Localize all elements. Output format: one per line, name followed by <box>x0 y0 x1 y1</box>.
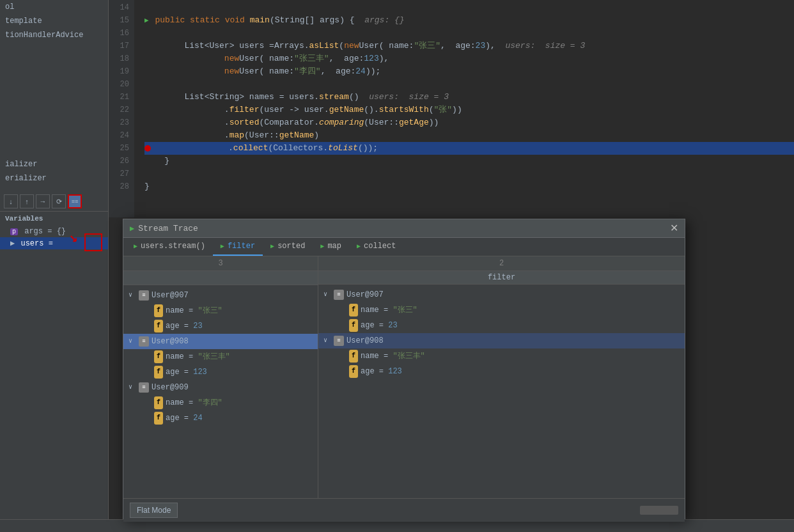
trace-panel-left-header: 3 <box>123 256 318 271</box>
field-badge: f <box>349 304 358 317</box>
expand-spacer <box>339 319 348 332</box>
trace-panel-left-body: ∨ ≡ User@907 f name = "张三" f age = 23 <box>123 285 318 498</box>
expand-spacer <box>339 350 348 363</box>
expand-spacer <box>144 304 153 317</box>
tab-filter[interactable]: ▶ filter <box>213 238 263 256</box>
tree-row-user909-left[interactable]: ∨ ≡ User@909 <box>123 380 318 395</box>
tree-row-age-908-left: f age = 123 <box>123 364 318 380</box>
trace-panel-right-label: filter <box>318 271 685 285</box>
tree-row-age-907-right: f age = 23 <box>318 318 685 333</box>
tree-row-user908-right[interactable]: ∨ ≡ User@908 <box>318 333 685 348</box>
trace-panel-left-label <box>123 271 318 285</box>
trace-panel-right: 2 filter ∨ ≡ User@907 f name = "张三" <box>318 256 685 498</box>
field-badge: f <box>154 412 163 425</box>
tab-play-icon: ▶ <box>320 242 324 250</box>
tree-row-name-907-right: f name = "张三" <box>318 302 685 318</box>
tab-users-stream[interactable]: ▶ users.stream() <box>126 238 213 256</box>
dialog-title: ▶ Stream Trace <box>130 224 198 233</box>
object-icon: ≡ <box>139 382 149 393</box>
object-icon: ≡ <box>334 336 344 346</box>
tree-row-user907-right[interactable]: ∨ ≡ User@907 <box>318 287 685 302</box>
tab-play-icon: ▶ <box>221 242 224 250</box>
tree-row-user908-left[interactable]: ∨ ≡ User@908 <box>123 334 318 349</box>
tree-row-name-909-left: f name = "李四" <box>123 395 318 411</box>
dialog-footer: Flat Mode <box>123 498 685 522</box>
tree-row-name-907-left: f name = "张三" <box>123 303 318 318</box>
field-badge: f <box>154 320 163 332</box>
stream-trace-dialog: ▶ Stream Trace ✕ ▶ users.stream() ▶ filt… <box>123 219 685 519</box>
expand-icon: ∨ <box>128 381 137 394</box>
dialog-tabs: ▶ users.stream() ▶ filter ▶ sorted ▶ map… <box>123 238 685 256</box>
field-badge: f <box>154 366 163 379</box>
object-icon: ≡ <box>139 336 149 347</box>
tab-play-icon: ▶ <box>270 242 274 250</box>
expand-spacer <box>339 365 348 378</box>
field-badge: f <box>349 350 358 363</box>
dialog-overlay: ▶ Stream Trace ✕ ▶ users.stream() ▶ filt… <box>0 0 794 532</box>
tree-row-name-908-right: f name = "张三丰" <box>318 348 685 364</box>
expand-spacer <box>144 366 153 379</box>
trace-panel-left: 3 ∨ ≡ User@907 f name = "张三" <box>123 256 318 498</box>
tree-row-age-908-right: f age = 123 <box>318 364 685 379</box>
tree-row-age-907-left: f age = 23 <box>123 318 318 334</box>
field-badge: f <box>154 304 163 317</box>
expand-icon: ∨ <box>128 289 137 302</box>
expand-icon: ∨ <box>323 334 332 347</box>
expand-icon: ∨ <box>128 335 137 348</box>
tab-map[interactable]: ▶ map <box>313 238 349 256</box>
stream-icon: ▶ <box>130 224 134 233</box>
tree-row-age-909-left: f age = 24 <box>123 411 318 426</box>
dialog-titlebar: ▶ Stream Trace ✕ <box>123 219 685 238</box>
field-badge: f <box>154 350 163 363</box>
tab-collect[interactable]: ▶ collect <box>349 238 403 256</box>
tree-row-name-908-left: f name = "张三丰" <box>123 349 318 364</box>
field-badge: f <box>154 396 163 409</box>
tree-row-user907-left[interactable]: ∨ ≡ User@907 <box>123 288 318 303</box>
tab-play-icon: ▶ <box>357 242 361 250</box>
expand-icon: ∨ <box>323 288 332 301</box>
object-icon: ≡ <box>139 290 149 301</box>
trace-panel-right-body: ∨ ≡ User@907 f name = "张三" f age = 23 <box>318 285 685 498</box>
horizontal-scrollbar[interactable] <box>640 506 678 515</box>
tab-play-icon: ▶ <box>134 242 137 250</box>
flat-mode-button[interactable]: Flat Mode <box>130 503 178 518</box>
expand-spacer <box>144 396 153 409</box>
tab-sorted[interactable]: ▶ sorted <box>263 238 313 256</box>
trace-panel-right-header: 2 <box>318 256 685 271</box>
field-badge: f <box>349 319 358 332</box>
expand-spacer <box>144 320 153 332</box>
dialog-close-button[interactable]: ✕ <box>670 223 678 233</box>
expand-spacer <box>144 350 153 363</box>
dialog-content: 3 ∨ ≡ User@907 f name = "张三" <box>123 256 685 498</box>
expand-spacer <box>144 412 153 425</box>
field-badge: f <box>349 365 358 378</box>
object-icon: ≡ <box>334 290 344 300</box>
expand-spacer <box>339 304 348 317</box>
